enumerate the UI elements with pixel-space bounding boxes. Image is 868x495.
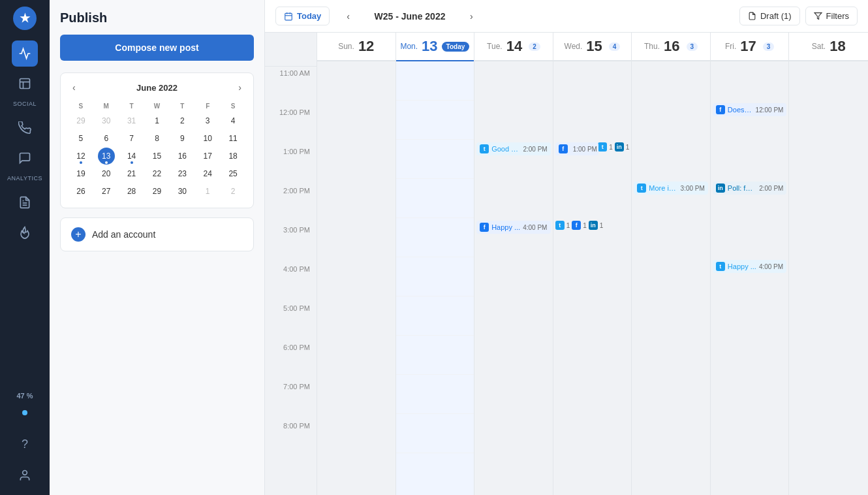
day-slot[interactable]: in Poll: fav... 2:00 PM [711, 179, 789, 218]
day-slot[interactable] [317, 375, 395, 414]
sidebar-item-help[interactable]: ? [12, 431, 38, 457]
sidebar-item-analytics[interactable] [12, 189, 38, 216]
day-slot[interactable] [789, 179, 868, 218]
day-slot[interactable] [711, 375, 789, 414]
cal-day[interactable]: 30 [98, 112, 115, 129]
day-slot[interactable] [632, 218, 710, 257]
day-slot[interactable] [632, 296, 710, 336]
day-slot[interactable] [474, 101, 553, 140]
calendar-next-button[interactable]: › [234, 81, 245, 94]
day-slot[interactable] [396, 61, 474, 101]
sidebar-item-chat[interactable] [12, 145, 38, 171]
event-item[interactable]: t Happy ... 4:00 PM [713, 260, 787, 273]
day-slot[interactable] [711, 140, 789, 179]
day-slot[interactable] [789, 218, 868, 257]
day-slot[interactable] [396, 414, 474, 453]
day-slot[interactable]: f Happy ... 4:00 PM [474, 218, 553, 257]
draft-button[interactable]: Draft (1) [739, 7, 800, 25]
compose-new-post-button[interactable]: Compose new post [60, 35, 254, 61]
day-slot[interactable] [632, 61, 710, 101]
day-slot[interactable] [474, 296, 553, 336]
day-slot[interactable] [632, 375, 710, 414]
cal-day[interactable]: 23 [174, 165, 191, 182]
day-slot[interactable] [711, 336, 789, 375]
cal-day[interactable]: 29 [148, 183, 165, 200]
event-item[interactable]: t Good af... 2:00 PM [476, 142, 551, 155]
day-slot[interactable] [396, 296, 474, 336]
day-slot[interactable] [789, 296, 868, 336]
day-slot[interactable] [789, 140, 868, 179]
cal-day[interactable]: 17 [199, 148, 216, 165]
day-slot[interactable] [632, 140, 710, 179]
cal-day[interactable]: 16 [174, 148, 191, 165]
sidebar-item-social[interactable] [12, 115, 38, 141]
cal-day-today[interactable]: 13 [98, 148, 115, 165]
cal-day[interactable]: 18 [225, 148, 241, 165]
cal-day[interactable]: 24 [199, 165, 216, 182]
sidebar-item-user[interactable] [12, 462, 38, 488]
filters-button[interactable]: Filters [805, 7, 858, 25]
day-slot[interactable] [474, 61, 553, 101]
day-slot[interactable] [317, 336, 395, 375]
day-slot[interactable]: t Good af... 2:00 PM [474, 140, 553, 179]
add-account-button[interactable]: + Add an account [60, 217, 254, 251]
cal-day[interactable]: 31 [123, 112, 140, 129]
cal-day[interactable]: 30 [174, 183, 191, 200]
day-slot[interactable] [789, 61, 868, 101]
day-slot[interactable] [553, 61, 632, 101]
day-slot[interactable] [474, 336, 553, 375]
cal-day[interactable]: 7 [123, 130, 140, 147]
cal-day[interactable]: 14 [123, 148, 140, 165]
day-slot[interactable] [553, 101, 632, 140]
cal-day[interactable]: 22 [148, 165, 165, 182]
event-item[interactable]: f Does a... 12:00 PM [713, 103, 787, 116]
cal-day[interactable]: 26 [72, 183, 89, 200]
cal-day[interactable]: 21 [123, 165, 140, 182]
cal-day[interactable]: 6 [98, 130, 115, 147]
cal-day[interactable]: 25 [225, 165, 241, 182]
day-slot[interactable] [396, 375, 474, 414]
cal-day[interactable]: 19 [72, 165, 89, 182]
day-slot[interactable] [553, 336, 632, 375]
day-slot[interactable] [396, 218, 474, 257]
day-slot[interactable]: t More in... 3:00 PM [632, 179, 710, 218]
event-item[interactable]: f Hello ! If... 1:00 PM [555, 142, 599, 155]
cal-day[interactable]: 12 [72, 148, 89, 165]
day-slot[interactable]: t1 f1 in1 [553, 218, 632, 257]
cal-day[interactable]: 29 [72, 112, 89, 129]
event-item[interactable]: in Poll: fav... 2:00 PM [713, 182, 787, 195]
day-slot[interactable] [317, 414, 395, 453]
day-slot[interactable] [789, 375, 868, 414]
day-slot[interactable] [711, 218, 789, 257]
day-slot[interactable] [396, 336, 474, 375]
day-slot[interactable] [632, 257, 710, 296]
calendar-prev-button[interactable]: ‹ [69, 81, 80, 94]
day-slot[interactable] [553, 375, 632, 414]
cal-day[interactable]: 27 [98, 183, 115, 200]
cal-day[interactable]: 2 [174, 112, 191, 129]
next-week-button[interactable]: › [466, 8, 477, 24]
cal-day[interactable]: 9 [174, 130, 191, 147]
day-slot[interactable] [317, 257, 395, 296]
prev-week-button[interactable]: ‹ [343, 8, 354, 24]
day-slot[interactable] [711, 61, 789, 101]
cal-day[interactable]: 11 [225, 130, 241, 147]
sidebar-item-publish[interactable] [12, 40, 38, 67]
cal-day[interactable]: 10 [199, 130, 216, 147]
event-item[interactable]: f Happy ... 4:00 PM [476, 221, 551, 234]
day-slot[interactable] [711, 414, 789, 453]
day-slot[interactable] [632, 336, 710, 375]
day-slot[interactable] [789, 414, 868, 453]
day-slot[interactable] [317, 61, 395, 101]
day-slot[interactable]: f Hello ! If... 1:00 PM t1 in1 [553, 140, 632, 179]
day-slot[interactable] [474, 179, 553, 218]
cal-day[interactable]: 8 [148, 130, 165, 147]
day-slot[interactable]: f Does a... 12:00 PM [711, 101, 789, 140]
day-slot[interactable] [553, 414, 632, 453]
cal-day[interactable]: 3 [199, 112, 216, 129]
day-slot[interactable] [396, 101, 474, 140]
day-slot[interactable] [474, 414, 553, 453]
cal-day[interactable]: 1 [148, 112, 165, 129]
cal-day[interactable]: 28 [123, 183, 140, 200]
day-slot[interactable] [553, 179, 632, 218]
